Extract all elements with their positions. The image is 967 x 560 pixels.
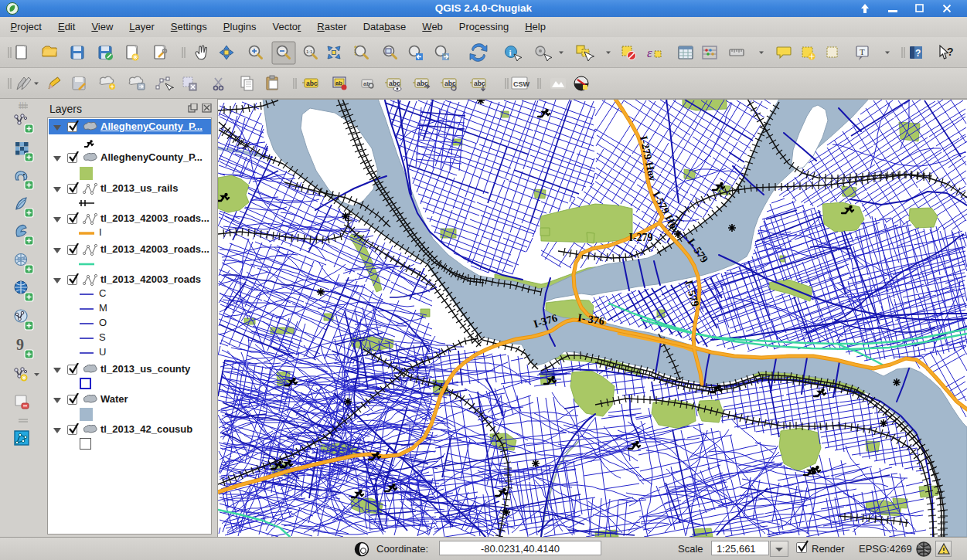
svg-text:I-279: I-279: [628, 232, 652, 243]
svg-text:?: ?: [947, 46, 954, 58]
svg-text:i: i: [509, 48, 512, 57]
svg-text:abc: abc: [474, 80, 485, 87]
svg-text:T: T: [860, 47, 865, 56]
svg-text:ε: ε: [647, 46, 652, 60]
svg-text:9: 9: [16, 336, 24, 353]
svg-text:abc: abc: [306, 80, 318, 87]
svg-text:1:1: 1:1: [306, 49, 313, 54]
svg-text:ab: ab: [363, 80, 370, 87]
svg-text:CSW: CSW: [513, 80, 530, 88]
svg-text:abc: abc: [389, 80, 400, 87]
svg-text:ab: ab: [335, 80, 342, 87]
svg-text:?: ?: [915, 48, 921, 59]
